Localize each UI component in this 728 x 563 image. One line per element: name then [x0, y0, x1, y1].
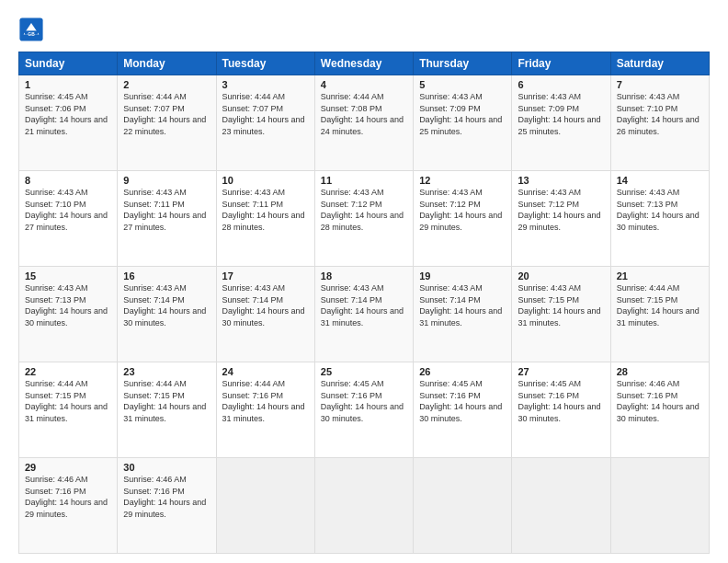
- day-info: Sunrise: 4:46 AMSunset: 7:16 PMDaylight:…: [617, 379, 700, 423]
- day-number: 20: [518, 270, 604, 282]
- weekday-header-thursday: Thursday: [414, 52, 512, 75]
- calendar-cell: 23 Sunrise: 4:44 AMSunset: 7:15 PMDaylig…: [118, 362, 216, 458]
- day-number: 24: [222, 366, 309, 377]
- weekday-header-friday: Friday: [512, 52, 610, 75]
- day-info: Sunrise: 4:43 AMSunset: 7:14 PMDaylight:…: [222, 283, 305, 327]
- day-info: Sunrise: 4:45 AMSunset: 7:16 PMDaylight:…: [321, 379, 404, 423]
- day-info: Sunrise: 4:43 AMSunset: 7:15 PMDaylight:…: [518, 283, 600, 327]
- calendar-cell: 6 Sunrise: 4:43 AMSunset: 7:09 PMDayligh…: [512, 75, 610, 171]
- day-info: Sunrise: 4:43 AMSunset: 7:12 PMDaylight:…: [518, 188, 600, 232]
- day-info: Sunrise: 4:44 AMSunset: 7:07 PMDaylight:…: [123, 92, 206, 136]
- day-number: 26: [419, 366, 506, 377]
- day-info: Sunrise: 4:45 AMSunset: 7:16 PMDaylight:…: [419, 379, 502, 423]
- day-number: 11: [321, 175, 407, 186]
- week-row-2: 8 Sunrise: 4:43 AMSunset: 7:10 PMDayligh…: [19, 171, 710, 267]
- day-number: 15: [25, 270, 111, 282]
- calendar-table: SundayMondayTuesdayWednesdayThursdayFrid…: [18, 52, 710, 554]
- calendar-cell: 25 Sunrise: 4:45 AMSunset: 7:16 PMDaylig…: [314, 362, 413, 458]
- day-info: Sunrise: 4:43 AMSunset: 7:10 PMDaylight:…: [617, 92, 700, 136]
- calendar-cell: [610, 458, 709, 554]
- day-info: Sunrise: 4:43 AMSunset: 7:13 PMDaylight:…: [617, 188, 700, 232]
- calendar-cell: 12 Sunrise: 4:43 AMSunset: 7:12 PMDaylig…: [414, 171, 512, 267]
- day-info: Sunrise: 4:46 AMSunset: 7:16 PMDaylight:…: [123, 475, 206, 519]
- day-info: Sunrise: 4:45 AMSunset: 7:06 PMDaylight:…: [25, 92, 108, 136]
- day-info: Sunrise: 4:43 AMSunset: 7:14 PMDaylight:…: [419, 283, 502, 327]
- calendar-cell: 20 Sunrise: 4:43 AMSunset: 7:15 PMDaylig…: [512, 267, 610, 362]
- calendar-cell: 10 Sunrise: 4:43 AMSunset: 7:11 PMDaylig…: [216, 171, 314, 267]
- day-info: Sunrise: 4:43 AMSunset: 7:13 PMDaylight:…: [25, 283, 108, 327]
- day-number: 16: [123, 270, 210, 282]
- day-info: Sunrise: 4:44 AMSunset: 7:08 PMDaylight:…: [321, 92, 404, 136]
- calendar-cell: 5 Sunrise: 4:43 AMSunset: 7:09 PMDayligh…: [414, 75, 512, 171]
- logo: GB: [18, 15, 46, 42]
- day-info: Sunrise: 4:43 AMSunset: 7:14 PMDaylight:…: [321, 283, 404, 327]
- day-number: 6: [518, 79, 604, 90]
- calendar-cell: 8 Sunrise: 4:43 AMSunset: 7:10 PMDayligh…: [19, 171, 118, 267]
- calendar-cell: 4 Sunrise: 4:44 AMSunset: 7:08 PMDayligh…: [314, 75, 413, 171]
- day-number: 2: [123, 79, 210, 90]
- weekday-header-sunday: Sunday: [19, 52, 118, 75]
- day-info: Sunrise: 4:43 AMSunset: 7:12 PMDaylight:…: [419, 188, 502, 232]
- calendar-cell: 27 Sunrise: 4:45 AMSunset: 7:16 PMDaylig…: [512, 362, 610, 458]
- page: GB SundayMondayTuesdayWednesdayThursdayF…: [0, 0, 728, 563]
- week-row-1: 1 Sunrise: 4:45 AMSunset: 7:06 PMDayligh…: [19, 75, 710, 171]
- day-number: 12: [419, 175, 506, 186]
- calendar-cell: [512, 458, 610, 554]
- day-info: Sunrise: 4:43 AMSunset: 7:14 PMDaylight:…: [123, 283, 206, 327]
- weekday-header-tuesday: Tuesday: [216, 52, 314, 75]
- calendar-cell: 30 Sunrise: 4:46 AMSunset: 7:16 PMDaylig…: [118, 458, 216, 554]
- day-number: 21: [617, 270, 703, 282]
- day-number: 7: [617, 79, 703, 90]
- calendar-cell: 7 Sunrise: 4:43 AMSunset: 7:10 PMDayligh…: [610, 75, 709, 171]
- calendar-cell: 11 Sunrise: 4:43 AMSunset: 7:12 PMDaylig…: [314, 171, 413, 267]
- week-row-5: 29 Sunrise: 4:46 AMSunset: 7:16 PMDaylig…: [19, 458, 710, 554]
- day-info: Sunrise: 4:43 AMSunset: 7:09 PMDaylight:…: [518, 92, 600, 136]
- day-info: Sunrise: 4:45 AMSunset: 7:16 PMDaylight:…: [518, 379, 600, 423]
- calendar-cell: 24 Sunrise: 4:44 AMSunset: 7:16 PMDaylig…: [216, 362, 314, 458]
- weekday-header-row: SundayMondayTuesdayWednesdayThursdayFrid…: [19, 52, 710, 75]
- calendar-cell: 17 Sunrise: 4:43 AMSunset: 7:14 PMDaylig…: [216, 267, 314, 362]
- day-info: Sunrise: 4:44 AMSunset: 7:07 PMDaylight:…: [222, 92, 305, 136]
- day-info: Sunrise: 4:44 AMSunset: 7:16 PMDaylight:…: [222, 379, 305, 423]
- calendar-cell: 28 Sunrise: 4:46 AMSunset: 7:16 PMDaylig…: [610, 362, 709, 458]
- calendar-cell: 13 Sunrise: 4:43 AMSunset: 7:12 PMDaylig…: [512, 171, 610, 267]
- calendar-cell: 14 Sunrise: 4:43 AMSunset: 7:13 PMDaylig…: [610, 171, 709, 267]
- day-number: 1: [25, 79, 111, 90]
- header: GB: [18, 15, 710, 42]
- calendar-cell: 1 Sunrise: 4:45 AMSunset: 7:06 PMDayligh…: [19, 75, 118, 171]
- calendar-cell: [414, 458, 512, 554]
- svg-text:GB: GB: [28, 32, 35, 37]
- day-number: 19: [419, 270, 506, 282]
- day-info: Sunrise: 4:44 AMSunset: 7:15 PMDaylight:…: [617, 283, 700, 327]
- day-number: 8: [25, 175, 111, 186]
- day-info: Sunrise: 4:43 AMSunset: 7:09 PMDaylight:…: [419, 92, 502, 136]
- day-number: 18: [321, 270, 407, 282]
- day-info: Sunrise: 4:43 AMSunset: 7:11 PMDaylight:…: [222, 188, 305, 232]
- calendar-cell: 22 Sunrise: 4:44 AMSunset: 7:15 PMDaylig…: [19, 362, 118, 458]
- calendar-cell: [314, 458, 413, 554]
- day-number: 30: [123, 462, 210, 473]
- day-number: 29: [25, 462, 111, 473]
- day-info: Sunrise: 4:44 AMSunset: 7:15 PMDaylight:…: [123, 379, 206, 423]
- calendar-cell: 16 Sunrise: 4:43 AMSunset: 7:14 PMDaylig…: [118, 267, 216, 362]
- day-number: 25: [321, 366, 407, 377]
- day-number: 3: [222, 79, 309, 90]
- day-info: Sunrise: 4:44 AMSunset: 7:15 PMDaylight:…: [25, 379, 108, 423]
- calendar-cell: 26 Sunrise: 4:45 AMSunset: 7:16 PMDaylig…: [414, 362, 512, 458]
- weekday-header-wednesday: Wednesday: [314, 52, 413, 75]
- day-info: Sunrise: 4:43 AMSunset: 7:12 PMDaylight:…: [321, 188, 404, 232]
- day-number: 5: [419, 79, 506, 90]
- day-number: 27: [518, 366, 604, 377]
- calendar-cell: 3 Sunrise: 4:44 AMSunset: 7:07 PMDayligh…: [216, 75, 314, 171]
- calendar-cell: 18 Sunrise: 4:43 AMSunset: 7:14 PMDaylig…: [314, 267, 413, 362]
- day-number: 9: [123, 175, 210, 186]
- calendar-cell: 2 Sunrise: 4:44 AMSunset: 7:07 PMDayligh…: [118, 75, 216, 171]
- day-number: 13: [518, 175, 604, 186]
- calendar-cell: 21 Sunrise: 4:44 AMSunset: 7:15 PMDaylig…: [610, 267, 709, 362]
- day-info: Sunrise: 4:46 AMSunset: 7:16 PMDaylight:…: [25, 475, 108, 519]
- calendar-cell: 19 Sunrise: 4:43 AMSunset: 7:14 PMDaylig…: [414, 267, 512, 362]
- calendar-cell: 9 Sunrise: 4:43 AMSunset: 7:11 PMDayligh…: [118, 171, 216, 267]
- day-number: 17: [222, 270, 309, 282]
- week-row-4: 22 Sunrise: 4:44 AMSunset: 7:15 PMDaylig…: [19, 362, 710, 458]
- weekday-header-saturday: Saturday: [610, 52, 709, 75]
